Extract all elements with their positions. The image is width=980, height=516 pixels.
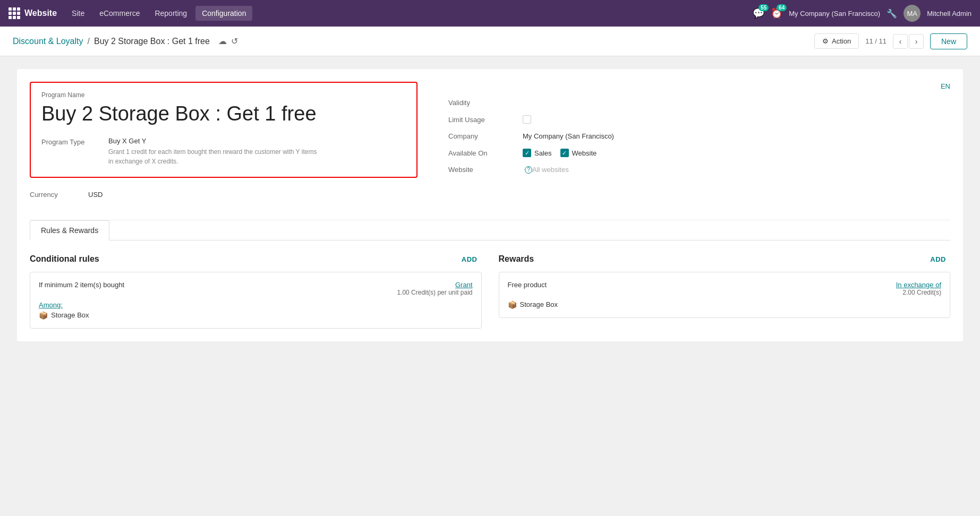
main-content: Program Name Buy 2 Storage Box : Get 1 f…: [0, 56, 980, 516]
reward-type: Free product: [508, 281, 547, 289]
available-on-label: Available On: [448, 149, 523, 157]
undo-icon[interactable]: ↺: [231, 36, 238, 46]
program-name-section: Program Name Buy 2 Storage Box : Get 1 f…: [30, 82, 417, 178]
program-type-row: Program Type Buy X Get Y Grant 1 credit …: [41, 137, 406, 166]
settings-icon[interactable]: 🔧: [887, 8, 897, 19]
exchange-value: 2.00 Credit(s): [896, 289, 941, 296]
available-on-options: ✓ Sales ✓ Website: [523, 149, 596, 157]
website-label-row: Website ?: [448, 166, 532, 174]
currency-label: Currency: [30, 191, 88, 199]
company-label: Company: [448, 132, 523, 140]
breadcrumb-separator: /: [88, 37, 90, 46]
company-field-row: Company My Company (San Francisco): [448, 132, 950, 140]
tab-bar: Rules & Rewards: [30, 220, 950, 240]
nav-configuration[interactable]: Configuration: [195, 6, 252, 21]
app-logo[interactable]: Website: [8, 7, 57, 19]
rule-item-name: Storage Box: [51, 311, 89, 319]
website-option: ✓ Website: [560, 149, 597, 157]
brand-name: Website: [24, 8, 57, 18]
tabs-section: Rules & Rewards Conditional rules ADD If…: [30, 220, 950, 329]
website-checkbox[interactable]: ✓: [560, 149, 569, 157]
rule-grant: Grant 1.00 Credit(s) per unit paid: [397, 281, 472, 296]
nav-ecommerce[interactable]: eCommerce: [93, 6, 146, 21]
grid-icon: [8, 7, 20, 19]
chat-badge: 55: [759, 4, 769, 11]
reward-box-icon: 📦: [508, 300, 517, 309]
action-label: Action: [832, 37, 851, 45]
limit-usage-checkbox[interactable]: [523, 115, 531, 124]
avatar[interactable]: MA: [904, 5, 921, 22]
rewards-header: Rewards ADD: [499, 253, 951, 265]
rewards-title: Rewards: [499, 254, 534, 264]
admin-name: Mitchell Admin: [927, 10, 972, 18]
breadcrumb-parent[interactable]: Discount & Loyalty: [13, 37, 83, 46]
sales-checkbox[interactable]: ✓: [523, 149, 531, 157]
rules-rewards-grid: Conditional rules ADD If minimum 2 item(…: [30, 253, 950, 329]
website-option-label: Website: [572, 149, 597, 157]
add-reward-button[interactable]: ADD: [926, 253, 950, 265]
company-value[interactable]: My Company (San Francisco): [523, 132, 614, 140]
language-selector: EN: [448, 82, 950, 90]
tab-rules-rewards[interactable]: Rules & Rewards: [30, 220, 109, 240]
record-counter: 11 / 11: [865, 37, 887, 45]
topnav-right: 💬 55 ⏰ 64 My Company (San Francisco) 🔧 M…: [753, 5, 972, 22]
breadcrumb-actions: ☁ ↺: [218, 36, 238, 46]
validity-label: Validity: [448, 99, 523, 107]
sales-label: Sales: [534, 149, 552, 157]
reward-exchange: In exchange of 2.00 Credit(s): [896, 281, 941, 296]
among-link[interactable]: Among:: [39, 301, 63, 309]
upload-icon[interactable]: ☁: [218, 36, 227, 46]
website-label: Website: [448, 166, 523, 174]
exchange-link[interactable]: In exchange of: [896, 281, 941, 289]
record-navigation: ‹ ›: [893, 34, 924, 49]
currency-value[interactable]: USD: [88, 191, 103, 199]
reward-item: 📦 Storage Box: [508, 300, 942, 309]
clock-badge: 64: [777, 4, 787, 11]
available-on-field-row: Available On ✓ Sales ✓ Website: [448, 149, 950, 157]
en-button[interactable]: EN: [941, 82, 950, 90]
grant-value: 1.00 Credit(s) per unit paid: [397, 289, 472, 296]
rule-among: Among: 📦 Storage Box: [39, 300, 473, 320]
box-icon: 📦: [39, 311, 48, 320]
program-name-title[interactable]: Buy 2 Storage Box : Get 1 free: [41, 102, 406, 126]
action-button[interactable]: ⚙ Action: [814, 33, 859, 49]
clock-button[interactable]: ⏰ 64: [771, 7, 782, 19]
top-navigation: Website Site eCommerce Reporting Configu…: [0, 0, 980, 27]
reward-item-name: Storage Box: [520, 300, 558, 308]
limit-usage-label: Limit Usage: [448, 116, 523, 124]
rule-card: If minimum 2 item(s) bought Grant 1.00 C…: [30, 272, 482, 329]
form-right-column: EN Validity Limit Usage Company My Compa…: [448, 82, 950, 207]
company-name: My Company (San Francisco): [789, 10, 880, 18]
program-type-description: Grant 1 credit for each item bought then…: [108, 147, 321, 166]
avatar-initials: MA: [907, 10, 917, 18]
program-type-value: Buy X Get Y: [108, 137, 321, 145]
validity-field-row: Validity: [448, 99, 950, 107]
program-type-content: Buy X Get Y Grant 1 credit for each item…: [108, 137, 321, 166]
conditional-rules-column: Conditional rules ADD If minimum 2 item(…: [30, 253, 482, 329]
website-help-icon[interactable]: ?: [525, 166, 532, 174]
reward-main-row: Free product In exchange of 2.00 Credit(…: [508, 281, 942, 296]
breadcrumb-bar: Discount & Loyalty / Buy 2 Storage Box :…: [0, 27, 980, 56]
add-rule-button[interactable]: ADD: [457, 253, 482, 265]
form-left-column: Program Name Buy 2 Storage Box : Get 1 f…: [30, 82, 423, 207]
currency-field-row: Currency USD: [30, 191, 423, 199]
form-card: Program Name Buy 2 Storage Box : Get 1 f…: [17, 69, 963, 341]
conditional-rules-title: Conditional rules: [30, 254, 99, 264]
website-field-row: Website ? All websites: [448, 166, 950, 174]
reward-card: Free product In exchange of 2.00 Credit(…: [499, 272, 951, 318]
next-record-button[interactable]: ›: [909, 34, 924, 49]
conditional-rules-header: Conditional rules ADD: [30, 253, 482, 265]
program-type-label: Program Type: [41, 137, 100, 146]
breadcrumb-left: Discount & Loyalty / Buy 2 Storage Box :…: [13, 36, 238, 46]
nav-site[interactable]: Site: [65, 6, 91, 21]
chat-button[interactable]: 💬 55: [753, 7, 764, 19]
program-name-label: Program Name: [41, 91, 406, 99]
breadcrumb-current: Buy 2 Storage Box : Get 1 free: [94, 37, 210, 46]
nav-links: Site eCommerce Reporting Configuration: [65, 6, 753, 21]
website-placeholder[interactable]: All websites: [532, 166, 569, 174]
sales-option: ✓ Sales: [523, 149, 552, 157]
prev-record-button[interactable]: ‹: [893, 34, 908, 49]
new-button[interactable]: New: [930, 33, 967, 49]
nav-reporting[interactable]: Reporting: [148, 6, 193, 21]
grant-link[interactable]: Grant: [397, 281, 472, 289]
